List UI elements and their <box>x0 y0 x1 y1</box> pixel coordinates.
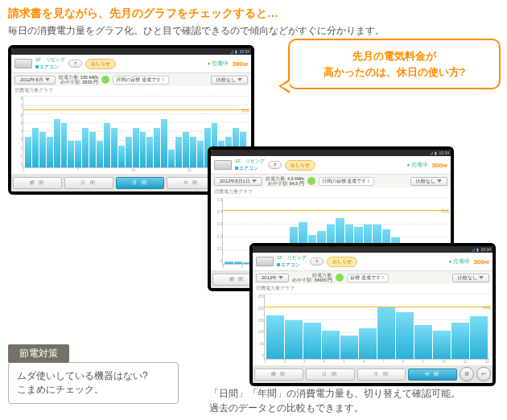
notice-button[interactable]: おしらせ <box>285 160 315 171</box>
bar <box>25 137 31 167</box>
help-button[interactable]: ? <box>310 257 324 266</box>
status-time: 10:34 <box>480 247 491 252</box>
device-color-icon <box>277 263 280 266</box>
ac-unit-icon <box>256 257 274 266</box>
saving-badge: 節電対策 <box>8 344 69 363</box>
period-picker-label: 2012年 <box>262 274 277 282</box>
page-title: 請求書を見ながら、先月のグラフをチェックすると… <box>8 6 499 21</box>
tab-day[interactable]: 日 間 <box>306 369 355 381</box>
sell-value: 300w <box>232 60 248 68</box>
chevron-down-icon <box>252 179 257 183</box>
bar <box>97 141 103 167</box>
tab-instant[interactable]: 瞬 間 <box>254 369 303 381</box>
compare-picker[interactable]: 比較なし <box>452 274 489 282</box>
compare-label: 比較なし <box>458 274 477 282</box>
range-tabs: 瞬 間 日 間 月 間 年 間 ⚙ ↩ <box>253 365 493 383</box>
bar <box>396 312 414 359</box>
device-label: エアコン <box>235 165 265 172</box>
chevron-down-icon <box>237 78 242 81</box>
tab-month[interactable]: 月 間 <box>116 177 165 189</box>
smile-icon <box>101 76 109 84</box>
bar <box>377 307 395 359</box>
bar <box>303 323 321 359</box>
bar <box>54 119 60 167</box>
bar <box>433 331 451 359</box>
status-time: 10:34 <box>239 49 249 54</box>
screen-year: ◿ ▮ 10:34 1F リビング エアコン ? おしらせ ● 売電中 300w… <box>253 246 493 383</box>
bar <box>470 316 488 359</box>
goal-tooltip: 月間の目標 達成です！ <box>113 76 169 84</box>
saving-line2: こまめにチェック。 <box>17 383 170 397</box>
device-label: エアコン <box>277 261 307 269</box>
callout-bubble: 先月の電気料金が 高かったのは、休日の使い方? <box>288 39 501 89</box>
bar <box>168 150 175 167</box>
notice-button[interactable]: おしらせ <box>327 257 357 267</box>
energy-stats: 総電力量: めやす額: 34020 円 <box>292 273 332 282</box>
period-picker[interactable]: 2012年 <box>256 274 289 282</box>
bar <box>340 336 358 359</box>
compare-picker[interactable]: 比較なし <box>211 76 248 84</box>
tablet-year: ◿ ▮ 10:34 1F リビング エアコン ? おしらせ ● 売電中 300w… <box>249 243 496 386</box>
bar <box>126 137 132 167</box>
ac-unit-icon <box>214 160 232 170</box>
goal-tooltip: 日間の目標 達成です！ <box>319 177 375 186</box>
bar <box>146 137 153 167</box>
bar <box>61 123 68 167</box>
bar <box>47 137 53 167</box>
footnote-line2: 過去のデータとの比較もできます。 <box>209 401 460 415</box>
tab-day[interactable]: 日 間 <box>64 177 113 189</box>
chart-title: 消費電力量グラフ <box>211 187 451 196</box>
sell-status: ● 売電中 <box>406 161 428 169</box>
controls-row: 2012年8月1日 総電力量: 4.5 kWh めやす額: 94.5 円 日間の… <box>211 175 451 187</box>
compare-picker[interactable]: 比較なし <box>410 177 447 186</box>
bar <box>89 132 96 167</box>
sell-status: ● 売電中 <box>448 257 470 266</box>
bar <box>322 331 340 359</box>
period-picker[interactable]: 2012年8月 <box>14 76 56 84</box>
ac-unit-icon <box>14 59 32 68</box>
help-button[interactable]: ? <box>268 161 282 169</box>
chart-year-xaxis: 123456789101112 <box>264 360 489 364</box>
tab-year[interactable]: 年 間 <box>408 369 457 381</box>
device-label: エアコン <box>35 64 65 71</box>
chart-title: 消費電力量グラフ <box>11 86 251 95</box>
callout-arrow-icon <box>278 79 290 93</box>
tab-month[interactable]: 月 間 <box>357 369 406 381</box>
chart-year: 250200150100500目標 <box>264 294 489 360</box>
bar <box>225 261 233 264</box>
period-picker-label: 2012年8月1日 <box>220 178 250 185</box>
bar <box>104 123 110 167</box>
back-button[interactable]: ↩ <box>476 367 491 381</box>
bar <box>82 128 89 167</box>
bar <box>175 137 182 167</box>
bar <box>140 132 146 167</box>
android-statusbar: ◿ ▮ 10:34 <box>253 246 493 253</box>
notice-button[interactable]: おしらせ <box>85 59 116 69</box>
chevron-down-icon <box>45 78 50 81</box>
bar <box>39 132 46 167</box>
period-picker[interactable]: 2012年8月1日 <box>214 177 262 186</box>
bar <box>75 141 81 167</box>
controls-row: 2012年8月 総電力量: 135 kWh めやす額: 2835 円 月間の目標… <box>11 73 251 86</box>
settings-button[interactable]: ⚙ <box>460 367 474 381</box>
period-picker-label: 2012年8月 <box>20 76 43 84</box>
saving-box: ムダ使いしている機器はない? こまめにチェック。 <box>8 362 179 404</box>
bar <box>234 261 243 264</box>
bar <box>285 320 303 359</box>
saving-line1: ムダ使いしている機器はない? <box>17 369 170 383</box>
footnote-line1: 「日間」「年間」の消費電力量も、切り替えて確認可能。 <box>209 386 460 401</box>
floor-label: 1F リビング <box>277 254 307 261</box>
energy-stats: 総電力量: 135 kWh めやす額: 2835 円 <box>59 75 98 84</box>
bar <box>197 141 204 167</box>
bar <box>451 323 469 359</box>
help-button[interactable]: ? <box>68 60 82 68</box>
smile-icon <box>307 177 315 185</box>
android-statusbar: ◿ ▮ 10:34 <box>11 48 251 55</box>
bar <box>133 128 139 167</box>
bar <box>111 128 117 167</box>
controls-row: 2012年 総電力量: めやす額: 34020 円 目標 達成です！ 比較なし <box>253 271 493 284</box>
tab-instant[interactable]: 瞬 間 <box>13 177 62 189</box>
goal-tooltip: 目標 達成です！ <box>347 274 389 282</box>
chevron-down-icon <box>278 276 283 279</box>
app-header: 1F リビング エアコン ? おしらせ ● 売電中 300w <box>253 253 493 271</box>
